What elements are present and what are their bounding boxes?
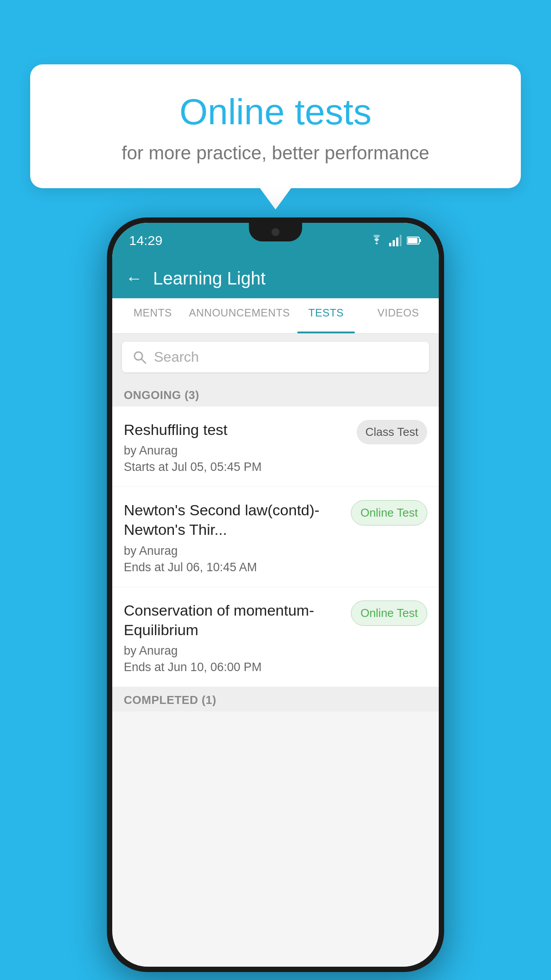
status-bar: 14:29	[112, 223, 439, 258]
ongoing-label: ONGOING (3)	[124, 388, 199, 402]
test-info-1: Reshuffling test by Anurag Starts at Jul…	[124, 420, 357, 474]
test-list: Reshuffling test by Anurag Starts at Jul…	[112, 407, 439, 687]
svg-rect-3	[400, 235, 401, 246]
completed-section-header: COMPLETED (1)	[112, 687, 439, 711]
status-icons	[370, 235, 422, 246]
svg-rect-5	[419, 239, 421, 242]
camera-dot	[272, 228, 279, 236]
svg-rect-0	[389, 243, 391, 246]
completed-label: COMPLETED (1)	[124, 693, 216, 707]
test-info-2: Newton's Second law(contd)-Newton's Thir…	[124, 500, 351, 574]
tab-tests[interactable]: TESTS	[290, 298, 362, 333]
test-item[interactable]: Reshuffling test by Anurag Starts at Jul…	[112, 407, 439, 487]
back-button[interactable]: ←	[126, 269, 142, 288]
phone-frame: 14:29	[107, 217, 444, 972]
search-placeholder: Search	[154, 349, 199, 365]
app-title: Learning Light	[153, 269, 266, 288]
signal-icon	[389, 235, 401, 246]
test-time-2: Ends at Jul 06, 10:45 AM	[124, 561, 342, 574]
test-item[interactable]: Conservation of momentum-Equilibrium by …	[112, 587, 439, 687]
test-author-1: by Anurag	[124, 444, 348, 458]
search-bar-container: Search	[112, 334, 439, 380]
test-name-1: Reshuffling test	[124, 420, 348, 439]
bubble-subtitle: for more practice, better performance	[61, 142, 490, 164]
test-name-2: Newton's Second law(contd)-Newton's Thir…	[124, 500, 342, 539]
svg-rect-2	[396, 237, 398, 246]
search-input-wrapper[interactable]: Search	[122, 342, 429, 372]
notch	[249, 223, 302, 241]
test-time-3: Ends at Jun 10, 06:00 PM	[124, 660, 342, 674]
battery-icon	[407, 236, 422, 245]
test-author-3: by Anurag	[124, 644, 342, 658]
test-item[interactable]: Newton's Second law(contd)-Newton's Thir…	[112, 487, 439, 587]
bubble-title: Online tests	[61, 91, 490, 133]
status-time: 14:29	[129, 233, 162, 248]
badge-online-test-3: Online Test	[351, 601, 427, 626]
tab-announcements[interactable]: ANNOUNCEMENTS	[189, 298, 290, 333]
tabs-bar: MENTS ANNOUNCEMENTS TESTS VIDEOS	[112, 298, 439, 334]
test-name-3: Conservation of momentum-Equilibrium	[124, 601, 342, 640]
ongoing-section-header: ONGOING (3)	[112, 380, 439, 407]
app-header: ← Learning Light	[112, 258, 439, 298]
svg-rect-6	[408, 238, 417, 243]
badge-online-test-2: Online Test	[351, 500, 427, 526]
tab-ments[interactable]: MENTS	[117, 298, 189, 333]
phone-inner: 14:29	[112, 223, 439, 967]
test-info-3: Conservation of momentum-Equilibrium by …	[124, 601, 351, 674]
svg-line-8	[142, 359, 146, 363]
badge-class-test-1: Class Test	[357, 420, 427, 444]
test-time-1: Starts at Jul 05, 05:45 PM	[124, 460, 348, 474]
search-icon	[133, 350, 147, 364]
svg-rect-1	[393, 240, 395, 246]
tab-videos[interactable]: VIDEOS	[362, 298, 434, 333]
wifi-icon	[370, 235, 384, 246]
speech-bubble: Online tests for more practice, better p…	[30, 64, 521, 188]
test-author-2: by Anurag	[124, 544, 342, 558]
